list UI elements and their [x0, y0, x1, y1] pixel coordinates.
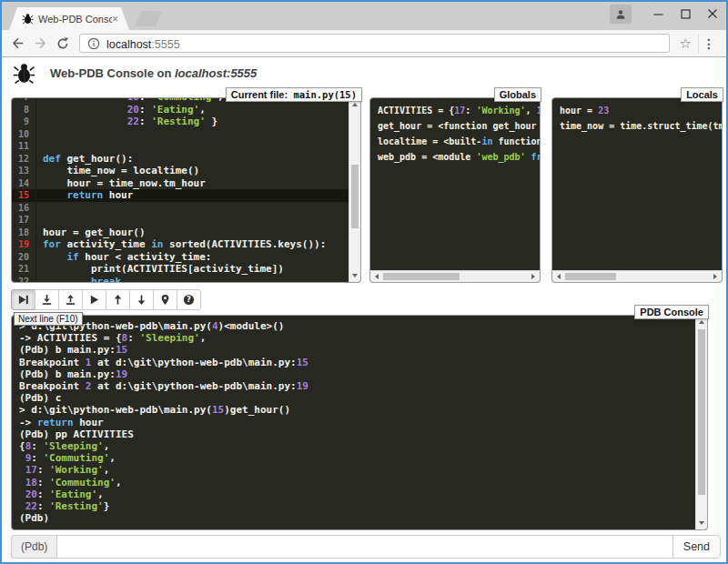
refresh-icon	[56, 36, 70, 51]
help-button[interactable]: ?	[177, 289, 201, 310]
command-input-row: (Pdb) Send	[11, 535, 721, 559]
back-button[interactable]	[9, 35, 25, 52]
line-number: 8	[12, 104, 36, 116]
step-forward-icon	[17, 294, 29, 306]
line-number: 9	[12, 116, 36, 128]
page-title-host: localhost:5555	[175, 66, 257, 80]
help-icon: ?	[183, 294, 195, 306]
console-line: (Pdb) c	[19, 392, 700, 404]
locals-line: hour = 23	[560, 103, 714, 118]
close-window-button[interactable]	[699, 2, 726, 25]
svg-text:?: ?	[187, 295, 191, 304]
console-scrollbar[interactable]	[695, 316, 707, 529]
bookmark-star-icon[interactable]: ☆	[680, 35, 692, 52]
down-button[interactable]	[129, 289, 154, 310]
where-button[interactable]	[153, 289, 177, 310]
debug-toolbar: ?	[11, 289, 201, 310]
console-line: > d:\git\python-web-pdb\main.py(4)<modul…	[19, 320, 700, 332]
scroll-left-icon[interactable]	[557, 274, 561, 279]
globals-scrollbar-thumb[interactable]	[383, 273, 460, 280]
forward-icon	[33, 35, 48, 51]
scroll-down-icon[interactable]	[352, 274, 358, 277]
line-number: 14	[12, 177, 36, 190]
scroll-right-icon[interactable]	[531, 274, 535, 279]
bug-favicon-icon	[22, 13, 34, 25]
console-scrollbar-thumb[interactable]	[698, 329, 705, 495]
locals-scrollbar[interactable]	[552, 270, 722, 282]
browser-menu-icon[interactable]: ⋮	[698, 35, 719, 53]
refresh-button[interactable]	[55, 35, 71, 52]
arrow-up-icon	[112, 294, 124, 306]
console-line: (Pdb) b main.py:15	[19, 344, 700, 356]
console-line: 20: 'Eating',	[19, 488, 700, 500]
tab-close-icon[interactable]: ×	[112, 15, 118, 24]
scroll-right-icon[interactable]	[713, 274, 717, 279]
next-line-button[interactable]	[11, 289, 35, 310]
arrow-down-icon	[136, 294, 147, 306]
line-number: 21	[12, 263, 36, 276]
console-line: Breakpoint 2 at d:\git\python-web-pdb\ma…	[19, 380, 700, 392]
scroll-up-icon[interactable]	[352, 103, 358, 106]
line-number: 10	[12, 128, 36, 141]
globals-lines: ACTIVITIES = {17: 'Working', 18: 'Commut…	[370, 98, 540, 169]
maximize-button[interactable]	[672, 2, 699, 25]
current-file-label: Current file: main.py(15)	[226, 87, 362, 102]
line-number: 13	[12, 165, 36, 177]
globals-line: web_pdb = <module 'web_pdb' from 'd:	[378, 149, 532, 165]
profile-button[interactable]	[610, 5, 632, 24]
scroll-down-icon[interactable]	[699, 521, 704, 525]
code-scrollbar[interactable]	[349, 98, 360, 282]
continue-button[interactable]	[82, 289, 106, 310]
line-number: 11	[12, 140, 36, 153]
new-tab-button[interactable]	[135, 11, 162, 26]
line-number: 20	[12, 251, 36, 264]
address-bar[interactable]: localhost:5555	[79, 34, 670, 53]
close-icon	[707, 8, 718, 19]
globals-label: Globals	[494, 87, 541, 102]
pdb-console-panel: PDB Console > d:\git\python-web-pdb\main…	[11, 315, 708, 530]
send-button[interactable]: Send	[672, 535, 721, 559]
code-line: 10	[12, 128, 360, 141]
line-number: 22	[12, 276, 36, 284]
step-into-icon	[41, 294, 53, 306]
console-line: (Pdb) pp ACTIVITIES	[19, 428, 700, 440]
code-scrollbar-thumb[interactable]	[351, 165, 359, 229]
console-line: -> return hour	[19, 417, 700, 428]
line-number: 17	[12, 214, 36, 227]
console-line: (Pdb) b main.py:19	[19, 368, 700, 380]
step-into-button[interactable]	[35, 289, 59, 310]
console-line: (Pdb)	[19, 512, 700, 524]
scroll-left-icon[interactable]	[375, 274, 379, 279]
code-line: 17	[12, 214, 360, 227]
locals-scrollbar-thumb[interactable]	[565, 273, 616, 280]
globals-scrollbar[interactable]	[370, 270, 540, 282]
code-line: 11	[12, 140, 360, 153]
browser-tab[interactable]: Web-PDB Console on loc ×	[9, 7, 129, 30]
forward-button[interactable]	[32, 35, 48, 52]
web-pdb-page: Web-PDB Console on localhost:5555 Curren…	[2, 57, 726, 562]
globals-line: get_hour = <function get_hour at 0x0000	[378, 118, 532, 134]
console-line: -> ACTIVITIES = {8: 'Sleeping',	[19, 332, 700, 344]
minimize-icon	[653, 9, 663, 19]
code-line: 8 20: 'Eating',	[12, 104, 360, 116]
person-icon	[615, 9, 626, 20]
url-host: localhost	[106, 38, 151, 51]
step-out-icon	[65, 294, 76, 306]
minimize-button[interactable]	[644, 2, 672, 25]
console-line: 9: 'Commuting',	[19, 452, 700, 464]
console-line: > d:\git\python-web-pdb\main.py(15)get_h…	[19, 404, 700, 416]
code-line: 20 if hour < activity_time:	[12, 251, 360, 264]
up-button[interactable]	[106, 289, 130, 310]
scroll-up-icon[interactable]	[699, 320, 704, 324]
page-title: Web-PDB Console on localhost:5555	[50, 66, 257, 80]
command-input[interactable]	[56, 535, 672, 559]
return-button[interactable]	[58, 289, 83, 310]
code-line: 13 time_now = localtime()	[12, 165, 360, 177]
globals-line: localtime = <built-in function localtime	[378, 134, 532, 149]
map-marker-icon	[159, 294, 171, 306]
console-line: {8: 'Sleeping',	[19, 440, 700, 452]
locals-label: Locals	[681, 87, 723, 102]
code-line: 14 hour = time_now.tm_hour	[12, 177, 360, 190]
code-line: 18hour = get_hour()	[12, 227, 360, 239]
globals-line: ACTIVITIES = {17: 'Working', 18: 'Commut…	[378, 103, 532, 118]
